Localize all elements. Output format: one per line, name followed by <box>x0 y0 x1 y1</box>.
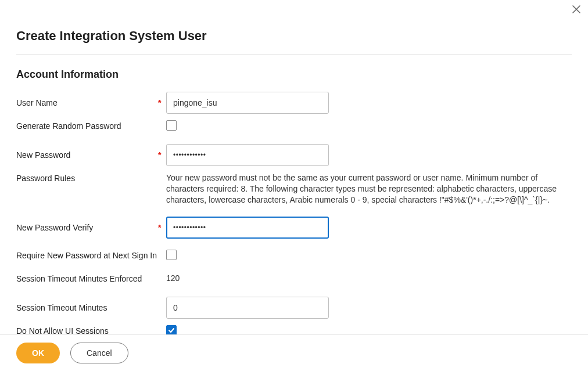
session-timeout-enforced-value: 120 <box>166 273 180 284</box>
cancel-button[interactable]: Cancel <box>70 343 128 363</box>
new-password-field[interactable] <box>166 144 329 166</box>
new-password-label: New Password <box>16 150 158 160</box>
new-password-verify-label: New Password Verify <box>16 223 158 232</box>
required-indicator: * <box>158 99 166 107</box>
require-new-password-label: Require New Password at Next Sign In <box>16 250 158 260</box>
do-not-allow-ui-sessions-checkbox[interactable] <box>166 325 177 336</box>
dialog-footer: OK Cancel <box>0 334 588 371</box>
new-password-verify-field[interactable] <box>166 217 329 239</box>
generate-random-password-label: Generate Random Password <box>16 120 158 131</box>
user-name-field[interactable] <box>166 92 329 114</box>
close-icon[interactable] <box>571 3 582 15</box>
page-title: Create Integration System User <box>16 28 572 55</box>
required-indicator: * <box>158 224 166 232</box>
required-indicator: * <box>158 151 166 159</box>
session-timeout-minutes-field[interactable] <box>166 297 329 319</box>
require-new-password-checkbox[interactable] <box>166 250 177 260</box>
password-rules-text: Your new password must not be the same a… <box>166 172 561 206</box>
password-rules-label: Password Rules <box>16 172 158 183</box>
user-name-label: User Name <box>16 98 158 107</box>
section-title: Account Information <box>16 69 572 81</box>
session-timeout-minutes-label: Session Timeout Minutes <box>16 303 158 312</box>
ok-button[interactable]: OK <box>16 343 60 363</box>
do-not-allow-ui-sessions-label: Do Not Allow UI Sessions <box>16 325 158 336</box>
generate-random-password-checkbox[interactable] <box>166 120 177 131</box>
session-timeout-enforced-label: Session Timeout Minutes Enforced <box>16 273 158 283</box>
